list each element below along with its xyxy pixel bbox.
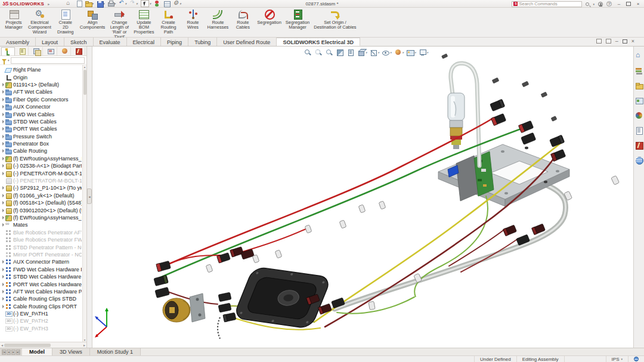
prev-tab-icon[interactable]: ◂ bbox=[7, 349, 11, 355]
tree-item[interactable]: Blue Robotics Penetrator AFT - NO bbox=[1, 229, 82, 236]
expand-arrow-icon[interactable] bbox=[1, 164, 5, 168]
task-pane-button[interactable] bbox=[635, 96, 643, 107]
heads-up-button[interactable]: ▾ bbox=[358, 49, 367, 56]
ribbon-button[interactable]: Projects Manager bbox=[2, 8, 25, 30]
filter-caret-icon[interactable]: ▾ bbox=[8, 58, 10, 62]
tree-item[interactable]: Blue Robotics Penetrator FWD - NO bbox=[1, 236, 82, 243]
expand-arrow-icon[interactable] bbox=[1, 172, 5, 175]
tree-item[interactable]: (-) EW_PATH3 bbox=[1, 325, 82, 332]
tag-globe[interactable] bbox=[628, 356, 644, 362]
command-tab[interactable]: SOLIDWORKS Electrical 3D bbox=[277, 38, 360, 46]
expand-arrow-icon[interactable] bbox=[1, 135, 5, 138]
first-tab-icon[interactable]: |◂ bbox=[2, 349, 6, 355]
quick-access-button[interactable]: ▾ bbox=[85, 1, 94, 7]
expand-arrow-icon[interactable] bbox=[1, 209, 5, 212]
expand-arrow-icon[interactable] bbox=[1, 231, 5, 234]
ribbon-button[interactable]: Electrical Component Wizard bbox=[27, 8, 52, 35]
last-tab-icon[interactable]: ▸| bbox=[16, 349, 20, 355]
ribbon-button[interactable]: Route Harnesses bbox=[206, 8, 230, 30]
heads-up-button[interactable] bbox=[336, 49, 344, 56]
expand-arrow-icon[interactable] bbox=[1, 312, 5, 315]
quick-access-button[interactable] bbox=[66, 1, 73, 7]
tree-item[interactable]: Origin bbox=[1, 73, 82, 81]
expand-arrow-icon[interactable] bbox=[1, 246, 5, 249]
expand-arrow-icon[interactable] bbox=[1, 327, 5, 330]
tree-item[interactable]: (-) PENETRATOR-M-BOLT-10-25-A bbox=[1, 177, 82, 184]
expand-arrow-icon[interactable] bbox=[1, 290, 5, 293]
scroll-right-icon[interactable]: ▸ bbox=[83, 343, 85, 347]
command-tab[interactable]: Sketch bbox=[64, 38, 94, 46]
tree-item[interactable]: FWD Wet Cables Hardware Pattern bbox=[1, 266, 82, 273]
heads-up-button[interactable]: ▾ bbox=[370, 49, 380, 56]
expand-arrow-icon[interactable] bbox=[1, 305, 5, 308]
tree-item[interactable]: (f) 01066_yk<1> (Default) bbox=[1, 192, 82, 199]
dropdown-caret-icon[interactable]: ▾ bbox=[136, 2, 138, 5]
expand-arrow-icon[interactable] bbox=[1, 238, 5, 242]
next-tab-icon[interactable]: ▸ bbox=[11, 349, 16, 355]
tree-item[interactable]: Cable Routing Clips PORT bbox=[1, 303, 82, 310]
expand-arrow-icon[interactable] bbox=[1, 194, 5, 197]
ribbon-button[interactable]: Set Origin / Destination of Cables bbox=[312, 8, 357, 30]
expand-arrow-icon[interactable] bbox=[1, 216, 5, 219]
filter-funnel-icon[interactable] bbox=[2, 59, 7, 62]
tree-horizontal-scrollbar[interactable]: ◂▸ bbox=[0, 342, 86, 348]
expand-arrow-icon[interactable] bbox=[1, 98, 5, 101]
dropdown-caret-icon[interactable]: ▾ bbox=[378, 51, 380, 54]
tree-item[interactable]: (f) EWRoutingAssyHarness_H2_357 bbox=[1, 155, 82, 162]
heads-up-button[interactable] bbox=[326, 49, 333, 56]
expand-arrow-icon[interactable] bbox=[1, 260, 5, 264]
tree-item[interactable]: (-) EW_PATH1 bbox=[1, 310, 82, 317]
expand-arrow-icon[interactable] bbox=[1, 120, 5, 123]
expand-arrow-icon[interactable] bbox=[1, 283, 5, 286]
tree-item[interactable]: FWD Wet Cables bbox=[1, 110, 82, 117]
command-tab[interactable]: Tubing bbox=[188, 38, 217, 46]
heads-up-button[interactable]: ▾ bbox=[419, 49, 429, 56]
tree-item[interactable]: Mates bbox=[1, 221, 82, 228]
task-pane-button[interactable] bbox=[635, 66, 643, 77]
tree-item[interactable]: (f) 00518<1> (Default) (5548) bbox=[1, 199, 82, 206]
tree-item[interactable]: AUX Connector Pattern bbox=[1, 258, 82, 265]
scroll-thumb[interactable] bbox=[83, 70, 86, 95]
expand-arrow-icon[interactable] bbox=[1, 297, 5, 301]
quick-access-button[interactable]: ▾ bbox=[107, 1, 116, 7]
tree-item[interactable]: Cable Routing Clips STBD bbox=[1, 295, 82, 302]
ribbon-button[interactable]: Segregation Manager bbox=[284, 8, 311, 30]
heads-up-button[interactable] bbox=[347, 49, 355, 56]
tree-item[interactable]: 01191<1> (Default) bbox=[1, 81, 82, 88]
tree-item[interactable]: Fiber Optic Connectors bbox=[1, 96, 82, 103]
expand-arrow-icon[interactable] bbox=[1, 157, 5, 160]
command-tab[interactable]: Electrical bbox=[127, 38, 162, 46]
close-button[interactable]: × bbox=[634, 1, 642, 7]
command-tab[interactable]: Piping bbox=[161, 38, 188, 46]
ribbon-button[interactable]: Create Routing Path bbox=[157, 8, 180, 35]
tree-item[interactable]: Right Plane bbox=[1, 66, 82, 73]
3d-model-view[interactable] bbox=[92, 47, 633, 348]
heads-up-button[interactable]: ▾ bbox=[395, 49, 404, 56]
expand-arrow-icon[interactable] bbox=[1, 268, 5, 271]
tree-item[interactable]: STBD Penetrator Pattern - NO WET bbox=[1, 243, 82, 250]
expand-arrow-icon[interactable] bbox=[1, 90, 5, 94]
tree-item[interactable]: (-) SP2912_P1-10<1> (По умолчани bbox=[1, 184, 82, 191]
document-tab[interactable]: Motion Study 1 bbox=[90, 348, 141, 355]
heads-up-button[interactable] bbox=[315, 49, 323, 56]
panel-collapse-handle[interactable]: ◂ bbox=[87, 188, 92, 204]
panel-splitter[interactable]: ◂ bbox=[87, 47, 92, 348]
dropdown-caret-icon[interactable]: ▾ bbox=[427, 51, 429, 54]
chain[interactable] bbox=[218, 317, 220, 339]
tab-property-manager[interactable] bbox=[16, 47, 29, 55]
tree-filter-input[interactable] bbox=[11, 57, 85, 64]
search-caret-icon[interactable]: ▾ bbox=[593, 2, 595, 6]
command-tab[interactable]: Layout bbox=[36, 38, 64, 46]
dropdown-caret-icon[interactable]: ▾ bbox=[125, 2, 127, 5]
quick-access-button[interactable]: ▾ bbox=[129, 1, 138, 7]
tab-dimxpert[interactable] bbox=[44, 47, 57, 55]
quick-access-button[interactable] bbox=[76, 1, 82, 7]
tab-display-manager[interactable] bbox=[58, 47, 72, 55]
task-pane-button[interactable] bbox=[635, 81, 643, 92]
tab-electrical-manager[interactable] bbox=[72, 47, 85, 55]
graphics-viewport[interactable]: ▾▾▾▾▾▾ bbox=[92, 47, 633, 348]
document-tab[interactable]: Model bbox=[22, 348, 52, 355]
expand-arrow-icon[interactable] bbox=[1, 76, 5, 79]
expand-arrow-icon[interactable] bbox=[1, 179, 5, 182]
brand-caret-icon[interactable]: ▸ bbox=[48, 2, 49, 6]
